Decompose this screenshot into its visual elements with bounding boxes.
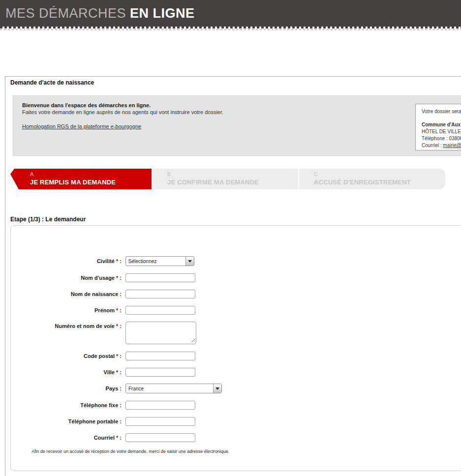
numero-nom-voie-textarea[interactable] <box>125 322 196 344</box>
field-label-col: Nom de naissance : <box>11 290 122 298</box>
field-control <box>125 289 195 298</box>
label-suffix: : <box>118 291 122 297</box>
step-tab-c: C ACCUSÉ D'ENREGISTREMENT <box>299 169 445 189</box>
field-label-col: Téléphone fixe : <box>11 401 122 410</box>
label-suffix: : <box>118 275 122 281</box>
brand-bold: EN LIGNE <box>130 6 195 21</box>
field-row-civilite: Civilité* : Sélectionnez <box>11 256 461 266</box>
main-content-box: Demande d'acte de naissance Bienvenue da… <box>5 76 461 476</box>
down-triangle-icon <box>188 260 192 263</box>
dossier-intro: Votre dossier sera s <box>422 108 461 115</box>
civilite-select[interactable]: Sélectionnez <box>125 256 194 266</box>
field-label: Téléphone portable <box>68 418 118 424</box>
form-fields: Civilité* : Sélectionnez Nom d'usage* : … <box>11 256 461 442</box>
step-label: JE REMPLIS MA DEMANDE <box>30 178 116 186</box>
step-tab-b: B JE CONFIRME MA DEMANDE <box>153 169 298 189</box>
field-label: Civilité <box>97 258 115 264</box>
dossier-address: HÔTEL DE VILLE - <box>422 128 461 135</box>
dossier-email-link[interactable]: mairie@m <box>443 143 461 148</box>
field-label: Pays <box>106 386 119 391</box>
email-note: Afin de recevoir un accusé de réception … <box>31 449 461 454</box>
field-label: Courriel <box>94 435 115 441</box>
courriel-input[interactable] <box>125 433 195 442</box>
label-suffix: : <box>118 353 122 359</box>
field-control: France <box>125 384 222 393</box>
field-label-col: Civilité* : <box>11 257 122 266</box>
field-row-nom-naissance: Nom de naissance : <box>11 289 461 298</box>
steps-bar: A JE REMPLIS MA DEMANDE B JE CONFIRME MA… <box>10 169 445 189</box>
field-control: Sélectionnez <box>125 256 194 266</box>
pays-select[interactable]: France <box>125 384 222 393</box>
dropdown-arrow-icon <box>213 384 221 393</box>
select-value: Sélectionnez <box>126 257 185 266</box>
step-letter: A <box>30 171 152 178</box>
field-label: Ville <box>104 369 115 375</box>
label-suffix: : <box>118 323 122 329</box>
dossier-info-box: Votre dossier sera s Commune d'Aux HÔTEL… <box>415 104 461 150</box>
field-label: Nom d'usage <box>81 275 115 281</box>
field-row-nom-usage: Nom d'usage* : <box>11 273 461 282</box>
field-control <box>125 367 195 377</box>
down-triangle-icon <box>215 387 219 390</box>
welcome-panel: Bienvenue dans l'espace des démarches en… <box>13 95 461 156</box>
field-control <box>125 351 195 360</box>
brand-regular: MES DÉMARCHES <box>5 6 130 21</box>
dossier-email-label: Courriel : <box>422 143 443 148</box>
field-label-col: Nom d'usage* : <box>11 273 122 282</box>
field-row-telephone-fixe: Téléphone fixe : <box>11 400 461 410</box>
label-suffix: : <box>118 386 122 391</box>
field-label-col: Téléphone portable : <box>11 417 122 426</box>
prenom-input[interactable] <box>125 306 195 315</box>
label-suffix: : <box>118 418 122 424</box>
field-row-pays: Pays : France <box>11 384 461 393</box>
field-label: Téléphone fixe <box>80 402 118 408</box>
field-row-telephone-portable: Téléphone portable : <box>11 416 461 426</box>
field-label-col: Ville* : <box>11 368 122 377</box>
select-value: France <box>126 384 213 393</box>
welcome-heading: Bienvenue dans l'espace des démarches en… <box>22 102 461 108</box>
field-row-code-postal: Code postal* : <box>11 351 461 360</box>
field-label-col: Numéro et nom de voie* : <box>11 322 122 330</box>
field-label-col: Code postal* : <box>11 352 122 360</box>
textarea-wrap <box>125 322 196 344</box>
field-control <box>125 322 196 344</box>
code-postal-input[interactable] <box>125 352 195 360</box>
nom-naissance-input[interactable] <box>125 290 195 298</box>
field-control <box>125 416 195 426</box>
step-label: JE CONFIRME MA DEMANDE <box>167 178 259 186</box>
nom-usage-input[interactable] <box>125 273 195 282</box>
label-suffix: : <box>118 307 122 313</box>
field-label: Nom de naissance <box>71 291 119 297</box>
field-label-col: Pays : <box>11 384 122 393</box>
field-label-col: Courriel* : <box>11 433 122 442</box>
dossier-email-line: Courriel : mairie@m <box>422 142 461 149</box>
label-suffix: : <box>118 435 122 441</box>
step-tab-a: A JE REMPLIS MA DEMANDE <box>10 169 152 189</box>
telephone-fixe-input[interactable] <box>125 401 195 410</box>
step-letter: C <box>314 171 445 178</box>
field-label: Code postal <box>84 353 115 359</box>
field-row-ville: Ville* : <box>11 367 461 377</box>
field-label-col: Prénom* : <box>11 306 122 315</box>
dossier-phone: Téléphone : 0380604 <box>422 135 461 142</box>
label-suffix: : <box>118 258 122 264</box>
dossier-commune: Commune d'Aux <box>422 121 461 128</box>
page-title: Demande d'acte de naissance <box>10 79 94 86</box>
field-control <box>125 273 195 282</box>
field-label: Prénom <box>94 307 115 313</box>
field-row-courriel: Courriel* : <box>11 433 461 442</box>
field-control <box>125 400 195 410</box>
ville-input[interactable] <box>125 368 195 377</box>
dropdown-arrow-icon <box>185 257 194 266</box>
field-control <box>125 305 195 315</box>
etape-title: Etape (1/3) : Le demandeur <box>10 216 86 223</box>
field-row-prenom: Prénom* : <box>11 305 461 315</box>
telephone-portable-input[interactable] <box>125 417 195 426</box>
demandeur-form-box: Civilité* : Sélectionnez Nom d'usage* : … <box>10 225 461 471</box>
header-perforation-bottom <box>0 30 461 30</box>
step-label: ACCUSÉ D'ENREGISTREMENT <box>314 178 411 186</box>
label-suffix: : <box>118 369 122 375</box>
welcome-body: Faites votre demande en ligne auprès de … <box>22 109 461 115</box>
homologation-rgs-link[interactable]: Homologation RGS de la plateforme e-bour… <box>22 123 141 129</box>
label-suffix: : <box>118 402 122 408</box>
